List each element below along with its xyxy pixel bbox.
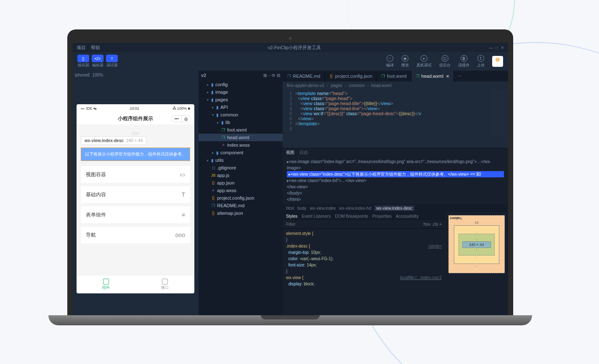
style-tab[interactable]: Accessibility xyxy=(396,214,419,219)
close-icon[interactable]: ✕ xyxy=(501,45,504,50)
dom-path-segment[interactable]: wx-view.index-desc xyxy=(374,206,414,211)
dt-tab-wxml[interactable]: 视图 xyxy=(286,150,294,156)
folder-item[interactable]: ▾▮common xyxy=(199,111,283,119)
debugger-toggle[interactable]: ⫯调试器 xyxy=(106,55,118,68)
simulator-panel: iphone6 100% ▪▪▪▫ IDE ⇆ 10:01 ⁂ 100% ■ 小… xyxy=(72,71,199,320)
breadcrumb-segment[interactable]: head.wxml xyxy=(371,83,392,88)
switch-bg-button[interactable]: ◫切后台 xyxy=(439,55,451,68)
menu-project[interactable]: 项目 xyxy=(77,45,86,51)
folder-item[interactable]: ▸▮image xyxy=(199,88,283,96)
phone-simulator: ▪▪▪▫ IDE ⇆ 10:01 ⁂ 100% ■ 小程序组件展示 •••◎ ▭… xyxy=(77,104,194,293)
editor-tabs: ❐README.md{}project.config.json❐foot.wxm… xyxy=(283,71,508,82)
file-item[interactable]: {}project.config.json xyxy=(199,194,283,202)
folder-item[interactable]: ▸▮utils xyxy=(199,156,283,164)
new-file-icon[interactable]: ⊞ xyxy=(263,73,267,78)
tree-root[interactable]: v2 xyxy=(201,73,206,78)
editor-tab[interactable]: ❐foot.wxml xyxy=(377,71,411,82)
simulator-toggle[interactable]: ▯模拟器 xyxy=(77,55,89,68)
maximize-icon[interactable]: □ xyxy=(496,45,498,50)
devtools: 视图 日志 ▸<wx-image class="index-logo" src=… xyxy=(283,148,508,320)
sim-device[interactable]: iphone6 xyxy=(75,73,90,77)
code-editor[interactable]: 1<template name="head">2 <view class="pa… xyxy=(283,89,508,148)
dom-path-segment[interactable]: html xyxy=(286,206,294,211)
highlighted-element[interactable]: 以下将展示小程序官方组件能力，组件样式仅供参考。 xyxy=(81,148,190,161)
placeholder-icon: ▭▫ xyxy=(81,129,190,136)
editor-tab[interactable]: ❐README.md xyxy=(283,71,325,82)
breadcrumb-segment[interactable]: pages xyxy=(331,83,342,88)
file-item[interactable]: {}app.json xyxy=(199,179,283,187)
file-item[interactable]: #index.wxss xyxy=(199,141,283,149)
dt-tab-console[interactable]: 日志 xyxy=(300,150,308,156)
tabs-more-icon[interactable]: ⋯ xyxy=(454,71,465,82)
menu-help[interactable]: 帮助 xyxy=(91,45,100,51)
folder-item[interactable]: ▸▮API xyxy=(199,103,283,111)
folder-item[interactable]: ▸▮lib xyxy=(199,119,283,126)
tab-api[interactable]: 接口 xyxy=(135,275,194,293)
editor-tab[interactable]: {}project.config.json xyxy=(325,71,377,82)
file-tree-panel: v2 ⊞ ▫ ⟳ ⊟ ▸▮config▸▮image▾▮pages▸▮API▾▮… xyxy=(199,71,283,320)
dom-path-segment[interactable]: wx-view.index-hd xyxy=(339,206,371,211)
breadcrumb[interactable]: fino-applet-demo-v2›pages›common›head.wx… xyxy=(283,82,508,89)
sim-zoom[interactable]: 100% xyxy=(93,73,103,77)
phone-tabbar: 组件 接口 xyxy=(77,275,194,293)
folder-item[interactable]: ▸▮config xyxy=(199,81,283,88)
file-item[interactable]: ❐README.md xyxy=(199,202,283,209)
minimap[interactable] xyxy=(490,90,507,136)
box-model: margin 10 border- padding- 240 × 44 - xyxy=(445,212,508,320)
file-item[interactable]: ❐foot.wxml xyxy=(199,126,283,134)
list-item[interactable]: 导航ooo xyxy=(81,227,190,243)
refresh-icon[interactable]: ⟳ xyxy=(272,73,275,78)
clear-cache-button[interactable]: 🗑清缓存 xyxy=(458,55,469,68)
window-controls[interactable]: — □ ✕ xyxy=(489,45,504,50)
list-item[interactable]: 视图容器▭ xyxy=(81,166,190,183)
breadcrumb-segment[interactable]: common xyxy=(349,83,365,88)
file-item[interactable]: {}sitemap.json xyxy=(199,209,283,217)
styles-filter-input[interactable] xyxy=(286,222,339,227)
compile-button[interactable]: ○编译 xyxy=(386,55,394,68)
toolbar: ▯模拟器 </>编辑器 ⫯调试器 ○编译 ◉预览 ▸真机调试 ◫切后台 🗑清缓存… xyxy=(72,52,508,71)
camera-icon xyxy=(289,37,292,40)
style-tab[interactable]: Styles xyxy=(286,214,297,219)
inspect-tooltip: wx-view.index-desc240 × 44 xyxy=(81,136,146,145)
style-tab[interactable]: Properties xyxy=(372,214,392,219)
phone-list: 视图容器▭基础内容T表单组件≡导航ooo xyxy=(81,166,190,243)
css-rules[interactable]: element.style { } .index-desc {<style> m… xyxy=(283,229,445,289)
list-item[interactable]: 表单组件≡ xyxy=(81,206,190,223)
folder-item[interactable]: ▾▮pages xyxy=(199,96,283,103)
editor-toggle[interactable]: </>编辑器 xyxy=(92,55,103,68)
style-tab[interactable]: DOM Breakpoints xyxy=(335,214,368,219)
capsule-button[interactable]: •••◎ xyxy=(171,115,191,122)
dom-path-segment[interactable]: body xyxy=(297,206,307,211)
preview-button[interactable]: ◉预览 xyxy=(401,55,409,68)
phone-status-bar: ▪▪▪▫ IDE ⇆ 10:01 ⁂ 100% ■ xyxy=(77,104,194,113)
file-tree: ▸▮config▸▮image▾▮pages▸▮API▾▮common▸▮lib… xyxy=(199,80,283,218)
avatar[interactable] xyxy=(492,56,503,67)
upload-button[interactable]: ↥上传 xyxy=(477,55,485,68)
file-item[interactable]: #app.wxss xyxy=(199,187,283,194)
style-tabs: StylesEvent ListenersDOM BreakpointsProp… xyxy=(283,212,445,220)
new-folder-icon[interactable]: ▫ xyxy=(268,73,270,78)
tab-component[interactable]: 组件 xyxy=(77,275,135,293)
laptop-frame: 项目 帮助 v2-FinClip小程序开发工具 — □ ✕ ▯模拟器 </>编辑… xyxy=(67,29,513,332)
file-item[interactable]: ◻.gitignore xyxy=(199,164,283,171)
editor-panel: ❐README.md{}project.config.json❐foot.wxm… xyxy=(283,71,508,320)
window-title: v2-FinClip小程序开发工具 xyxy=(268,45,321,51)
menubar: 项目 帮助 v2-FinClip小程序开发工具 — □ ✕ xyxy=(72,43,508,52)
filter-controls[interactable]: :hov .cls + xyxy=(423,222,442,227)
remote-debug-button[interactable]: ▸真机调试 xyxy=(416,55,432,68)
style-tab[interactable]: Event Listeners xyxy=(302,214,331,219)
minimize-icon[interactable]: — xyxy=(489,45,493,50)
breadcrumb-segment[interactable]: fino-applet-demo-v2 xyxy=(287,83,324,88)
editor-tab[interactable]: ❐head.wxml✕ xyxy=(411,71,454,82)
folder-item[interactable]: ▸▮component xyxy=(199,149,283,156)
file-item[interactable]: JSapp.js xyxy=(199,171,283,179)
phone-nav-title: 小程序组件展示 •••◎ xyxy=(77,113,194,124)
list-item[interactable]: 基础内容T xyxy=(81,186,190,203)
collapse-icon[interactable]: ⊟ xyxy=(277,73,280,78)
file-item[interactable]: ❐head.wxml xyxy=(199,134,283,141)
dom-tree[interactable]: ▸<wx-image class="index-logo" src="../re… xyxy=(283,157,508,204)
dom-path-segment[interactable]: wx-view.index xyxy=(310,206,336,211)
dom-path[interactable]: htmlbodywx-view.indexwx-view.index-hdwx-… xyxy=(283,204,508,212)
